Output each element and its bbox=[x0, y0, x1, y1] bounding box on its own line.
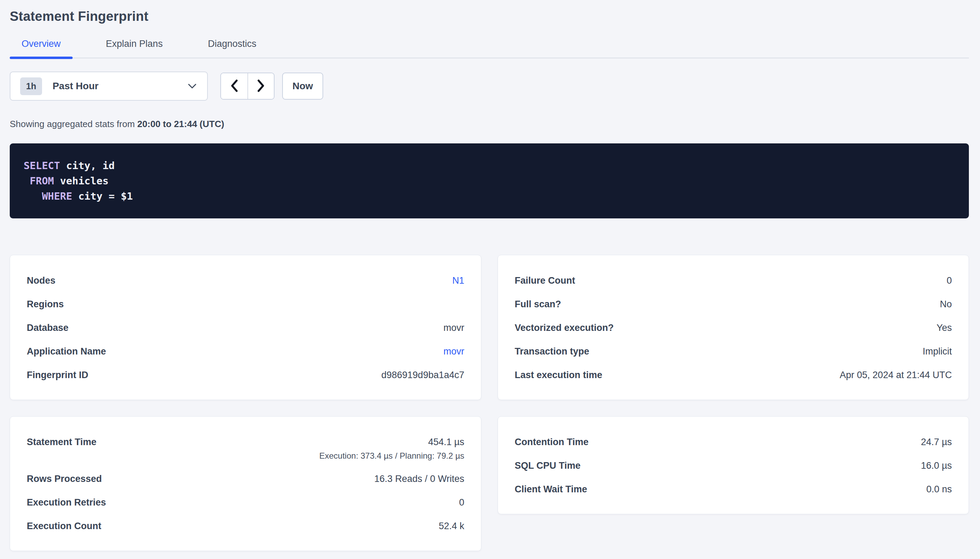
timing-card-left: Statement Time 454.1 µs Execution: 373.4… bbox=[10, 416, 481, 551]
sql-cpu-time-label: SQL CPU Time bbox=[515, 460, 581, 471]
tab-overview[interactable]: Overview bbox=[10, 36, 73, 58]
row-statement-time: Statement Time 454.1 µs Execution: 373.4… bbox=[27, 436, 464, 461]
application-name-label: Application Name bbox=[27, 346, 106, 357]
execution-count-label: Execution Count bbox=[27, 520, 101, 532]
aggregated-stats-prefix: Showing aggregated stats from bbox=[10, 119, 137, 129]
database-label: Database bbox=[27, 322, 68, 334]
row-rows-processed: Rows Processed 16.3 Reads / 0 Writes bbox=[27, 473, 464, 485]
row-regions: Regions bbox=[27, 298, 464, 310]
next-time-button[interactable] bbox=[247, 73, 274, 99]
tab-diagnostics[interactable]: Diagnostics bbox=[196, 36, 268, 58]
chevron-left-icon bbox=[229, 78, 239, 94]
failure-count-value: 0 bbox=[947, 275, 952, 286]
statement-time-value: 454.1 µs bbox=[428, 436, 464, 448]
fingerprint-id-label: Fingerprint ID bbox=[27, 369, 88, 381]
nodes-label: Nodes bbox=[27, 275, 56, 286]
execution-retries-value: 0 bbox=[459, 496, 464, 508]
contention-time-value: 24.7 µs bbox=[921, 436, 952, 448]
tab-bar: Overview Explain Plans Diagnostics bbox=[10, 36, 969, 58]
aggregated-stats-text: Showing aggregated stats from 20:00 to 2… bbox=[10, 119, 969, 129]
time-range-dropdown[interactable]: 1h Past Hour bbox=[10, 71, 208, 101]
sql-statement-box: SELECT city, id FROM vehicles WHERE city… bbox=[10, 143, 969, 218]
now-button[interactable]: Now bbox=[282, 73, 323, 100]
row-contention-time: Contention Time 24.7 µs bbox=[515, 436, 952, 448]
time-pager bbox=[221, 73, 275, 100]
transaction-type-label: Transaction type bbox=[515, 346, 589, 357]
full-scan-value: No bbox=[940, 298, 952, 310]
vectorized-execution-label: Vectorized execution? bbox=[515, 322, 614, 334]
regions-label: Regions bbox=[27, 298, 64, 310]
execution-retries-label: Execution Retries bbox=[27, 496, 106, 508]
sql-keyword: WHERE bbox=[42, 190, 72, 202]
overview-card-left: Nodes N1 Regions Database movr Applicati… bbox=[10, 255, 481, 400]
sql-line: WHERE city = $1 bbox=[24, 189, 955, 204]
row-execution-count: Execution Count 52.4 k bbox=[27, 520, 464, 532]
rows-processed-value: 16.3 Reads / 0 Writes bbox=[374, 473, 464, 485]
row-database: Database movr bbox=[27, 322, 464, 334]
row-execution-retries: Execution Retries 0 bbox=[27, 496, 464, 508]
time-controls: 1h Past Hour bbox=[10, 71, 969, 101]
sql-keyword: FROM bbox=[30, 175, 54, 187]
execution-count-value: 52.4 k bbox=[439, 520, 464, 532]
tab-explain-plans[interactable]: Explain Plans bbox=[94, 36, 175, 58]
last-execution-time-value: Apr 05, 2024 at 21:44 UTC bbox=[840, 369, 952, 381]
transaction-type-value: Implicit bbox=[923, 346, 952, 357]
sql-text: city = $1 bbox=[72, 190, 133, 202]
chevron-right-icon bbox=[256, 78, 266, 94]
sql-text: vehicles bbox=[54, 175, 108, 187]
database-value: movr bbox=[443, 322, 464, 334]
statement-fingerprint-page: Statement Fingerprint Overview Explain P… bbox=[0, 0, 980, 559]
client-wait-time-value: 0.0 ns bbox=[926, 483, 952, 495]
full-scan-label: Full scan? bbox=[515, 298, 561, 310]
failure-count-label: Failure Count bbox=[515, 275, 575, 286]
statement-time-label: Statement Time bbox=[27, 436, 96, 448]
row-vectorized-execution: Vectorized execution? Yes bbox=[515, 322, 952, 334]
details-grid: Nodes N1 Regions Database movr Applicati… bbox=[10, 255, 969, 551]
sql-cpu-time-value: 16.0 µs bbox=[921, 460, 952, 471]
row-failure-count: Failure Count 0 bbox=[515, 275, 952, 286]
sql-keyword: SELECT bbox=[24, 160, 60, 172]
row-fingerprint-id: Fingerprint ID d986919d9ba1a4c7 bbox=[27, 369, 464, 381]
row-application-name: Application Name movr bbox=[27, 346, 464, 357]
row-nodes: Nodes N1 bbox=[27, 275, 464, 286]
overview-card-right: Failure Count 0 Full scan? No Vectorized… bbox=[497, 255, 969, 400]
chevron-down-icon bbox=[187, 83, 197, 89]
row-transaction-type: Transaction type Implicit bbox=[515, 346, 952, 357]
client-wait-time-label: Client Wait Time bbox=[515, 483, 587, 495]
last-execution-time-label: Last execution time bbox=[515, 369, 602, 381]
prev-time-button[interactable] bbox=[221, 73, 247, 99]
application-name-link[interactable]: movr bbox=[443, 346, 464, 357]
statement-time-breakdown: Execution: 373.4 µs / Planning: 79.2 µs bbox=[319, 451, 464, 461]
time-range-label: Past Hour bbox=[53, 81, 98, 92]
aggregated-stats-range: 20:00 to 21:44 (UTC) bbox=[137, 119, 224, 129]
nodes-link[interactable]: N1 bbox=[452, 275, 464, 286]
page-title: Statement Fingerprint bbox=[10, 9, 969, 24]
row-full-scan: Full scan? No bbox=[515, 298, 952, 310]
sql-line: SELECT city, id bbox=[24, 158, 955, 173]
sql-line: FROM vehicles bbox=[24, 173, 955, 189]
rows-processed-label: Rows Processed bbox=[27, 473, 102, 485]
sql-text: city, id bbox=[60, 160, 115, 172]
sql-indent bbox=[24, 175, 30, 187]
row-last-execution-time: Last execution time Apr 05, 2024 at 21:4… bbox=[515, 369, 952, 381]
sql-indent bbox=[24, 190, 42, 202]
timing-card-right: Contention Time 24.7 µs SQL CPU Time 16.… bbox=[497, 416, 969, 514]
row-client-wait-time: Client Wait Time 0.0 ns bbox=[515, 483, 952, 495]
time-range-badge: 1h bbox=[20, 78, 42, 95]
row-sql-cpu-time: SQL CPU Time 16.0 µs bbox=[515, 460, 952, 471]
contention-time-label: Contention Time bbox=[515, 436, 589, 448]
fingerprint-id-value: d986919d9ba1a4c7 bbox=[381, 369, 464, 381]
vectorized-execution-value: Yes bbox=[937, 322, 952, 334]
